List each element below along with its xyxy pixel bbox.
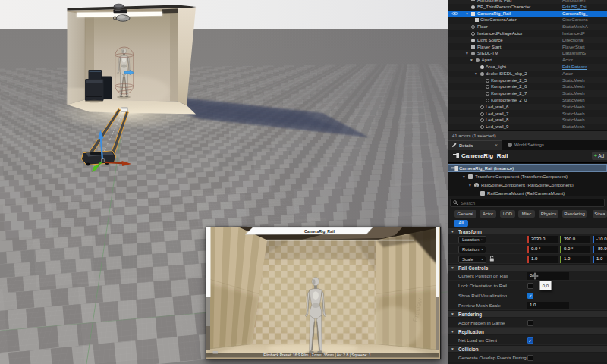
svg-text:CameraRig_Rail: CameraRig_Rail: [304, 229, 335, 234]
svg-text:Filmback Preset: 16:9 Film | Z: Filmback Preset: 16:9 Film | Zoom: 35mm …: [263, 353, 371, 357]
